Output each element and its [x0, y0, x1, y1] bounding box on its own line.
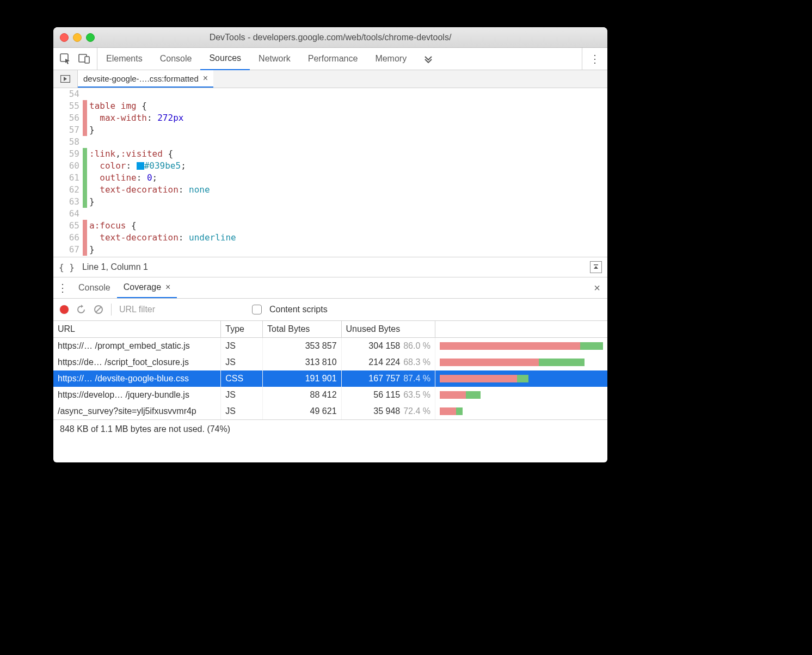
line-number: 65: [53, 220, 83, 232]
cell-total: 353 857: [263, 338, 341, 355]
code-line[interactable]: max-width: 272px: [87, 112, 607, 124]
code-line[interactable]: color: #039be5;: [87, 160, 607, 172]
record-button[interactable]: [60, 305, 69, 314]
cell-type: JS: [221, 403, 263, 419]
code-editor[interactable]: 545556575859606162636465666768 table img…: [53, 88, 607, 257]
coverage-marker: [83, 124, 87, 136]
zoom-window-button[interactable]: [86, 33, 95, 42]
tab-network[interactable]: Network: [250, 48, 299, 70]
cell-url: https://… /prompt_embed_static.js: [53, 338, 221, 355]
coverage-marker: [83, 244, 87, 256]
drawer-tabs: ⋮ Console Coverage × ×: [53, 277, 607, 299]
cell-url: /async_survey?site=ylj5ifxusvvmr4p: [53, 403, 221, 419]
file-navigator-icon[interactable]: [53, 70, 78, 88]
close-window-button[interactable]: [60, 33, 69, 42]
cell-type: JS: [221, 354, 263, 370]
cell-url: https://develop… /jquery-bundle.js: [53, 387, 221, 403]
clear-icon[interactable]: [94, 305, 103, 314]
line-number: 55: [53, 100, 83, 112]
code-line[interactable]: }: [87, 124, 607, 136]
cell-type: JS: [221, 387, 263, 403]
code-line[interactable]: [87, 256, 607, 257]
code-line[interactable]: [87, 208, 607, 220]
coverage-marker: [83, 184, 87, 196]
line-number: 60: [53, 160, 83, 172]
line-number: 62: [53, 184, 83, 196]
col-bar[interactable]: [435, 321, 608, 338]
tab-memory[interactable]: Memory: [366, 48, 415, 70]
line-number: 54: [53, 88, 83, 100]
editor-statusbar: { } Line 1, Column 1: [53, 257, 607, 277]
coverage-summary: 848 KB of 1.1 MB bytes are not used. (74…: [53, 419, 607, 438]
code-line[interactable]: text-decoration: underline: [87, 232, 607, 244]
line-number: 57: [53, 124, 83, 136]
cell-total: 88 412: [263, 387, 341, 403]
close-icon[interactable]: ×: [165, 282, 170, 292]
line-number: 63: [53, 196, 83, 208]
pretty-print-icon[interactable]: { }: [59, 262, 75, 273]
close-icon[interactable]: ×: [203, 73, 208, 83]
table-row[interactable]: /async_survey?site=ylj5ifxusvvmr4pJS49 6…: [53, 403, 607, 419]
cell-unused: 167 75787.4 %: [341, 370, 435, 387]
line-number: 56: [53, 112, 83, 124]
cell-total: 191 901: [263, 370, 341, 387]
table-row[interactable]: https://develop… /jquery-bundle.jsJS88 4…: [53, 387, 607, 403]
code-line[interactable]: a:focus {: [87, 220, 607, 232]
drawer-tab-console[interactable]: Console: [72, 277, 117, 298]
code-line[interactable]: outline: 0;: [87, 172, 607, 184]
more-tabs-icon[interactable]: [415, 54, 441, 63]
table-row[interactable]: https://de… /script_foot_closure.jsJS313…: [53, 354, 607, 370]
svg-rect-4: [594, 264, 598, 265]
content-scripts-checkbox[interactable]: [252, 305, 262, 314]
drawer-tab-coverage[interactable]: Coverage ×: [117, 277, 177, 298]
line-number: 61: [53, 172, 83, 184]
device-toolbar-icon[interactable]: [78, 53, 90, 64]
tab-console[interactable]: Console: [151, 48, 201, 70]
main-tabs: Elements Console Sources Network Perform…: [97, 48, 582, 70]
code-line[interactable]: table img {: [87, 100, 607, 112]
code-line[interactable]: [87, 88, 607, 100]
titlebar: DevTools - developers.google.com/web/too…: [53, 27, 607, 48]
cell-unused: 304 15886.0 %: [341, 338, 435, 355]
cell-bar: [435, 338, 608, 355]
line-number: 59: [53, 148, 83, 160]
coverage-marker: [83, 100, 87, 112]
toggle-panel-icon[interactable]: [590, 261, 602, 273]
code-line[interactable]: }: [87, 244, 607, 256]
col-unused[interactable]: Unused Bytes: [341, 321, 435, 338]
drawer-close-icon[interactable]: ×: [587, 277, 607, 298]
drawer-menu-icon[interactable]: ⋮: [53, 277, 72, 298]
coverage-marker: [83, 208, 87, 220]
tab-elements[interactable]: Elements: [97, 48, 151, 70]
file-tab-active[interactable]: devsite-google-….css:formatted ×: [78, 70, 213, 88]
tab-performance[interactable]: Performance: [299, 48, 367, 70]
code-line[interactable]: }: [87, 196, 607, 208]
url-filter-input[interactable]: URL filter: [119, 305, 244, 314]
cell-type: JS: [221, 338, 263, 355]
code-line[interactable]: [87, 136, 607, 148]
separator: [111, 304, 112, 316]
coverage-marker: [83, 220, 87, 232]
col-total[interactable]: Total Bytes: [263, 321, 341, 338]
cell-total: 313 810: [263, 354, 341, 370]
code-line[interactable]: :link,:visited {: [87, 148, 607, 160]
code-line[interactable]: text-decoration: none: [87, 184, 607, 196]
col-url[interactable]: URL: [53, 321, 221, 338]
minimize-window-button[interactable]: [73, 33, 82, 42]
line-number: 68: [53, 256, 83, 257]
main-menu-icon[interactable]: ⋮: [582, 48, 607, 70]
cell-url: https://… /devsite-google-blue.css: [53, 370, 221, 387]
drawer-tab-label: Coverage: [124, 282, 161, 292]
reload-icon[interactable]: [76, 305, 86, 314]
table-row[interactable]: https://… /prompt_embed_static.jsJS353 8…: [53, 338, 607, 355]
coverage-marker: [83, 148, 87, 160]
line-number: 64: [53, 208, 83, 220]
coverage-table: URL Type Total Bytes Unused Bytes https:…: [53, 321, 607, 419]
tab-sources[interactable]: Sources: [200, 47, 250, 70]
cell-unused: 214 22468.3 %: [341, 354, 435, 370]
table-row[interactable]: https://… /devsite-google-blue.cssCSS191…: [53, 370, 607, 387]
coverage-marker: [83, 256, 87, 257]
line-number: 58: [53, 136, 83, 148]
inspect-element-icon[interactable]: [60, 53, 71, 64]
col-type[interactable]: Type: [221, 321, 263, 338]
